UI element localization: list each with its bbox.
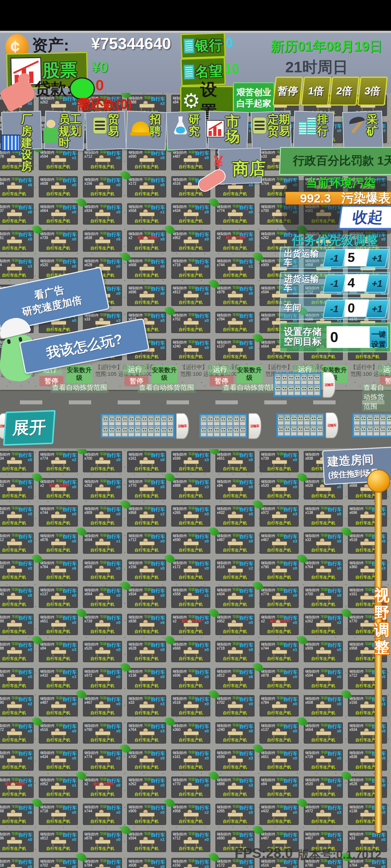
workshop-tile[interactable]: 钢制部件等级5自行车x690x0自行车生产机 — [171, 532, 210, 554]
workshop-tile[interactable]: 钢制部件等级5自行车x668x0自行车生产机 — [127, 258, 166, 279]
workshop-tile[interactable]: 钢制部件等级5自行车x651x0自行车生产机 — [260, 749, 299, 771]
menu-item-recruit[interactable]: 招聘 — [127, 109, 166, 153]
outbound-minus-button[interactable]: -1 — [323, 249, 346, 267]
workshop-tile[interactable]: 钢制部件等级5自行车x487x0自行车生产机 — [39, 695, 78, 716]
workshop-tile[interactable]: 钢制部件等级5自行车x739x0自行车生产机 — [304, 749, 343, 771]
collapse-button[interactable]: 收起 — [338, 205, 391, 229]
workshop-tile[interactable]: 钢制部件等级5自行车x432x0自行车生产机 — [215, 505, 255, 527]
one-key-set-button[interactable]: 一键设置 — [369, 326, 388, 348]
workshop-tile[interactable]: 钢制部件等级5自行车x137x0自行车生产机 — [39, 587, 78, 608]
pause-button[interactable]: 暂停 — [273, 77, 303, 106]
workshop-tile[interactable]: 钢制部件等级5自行车x84x0自行车生产机 — [260, 776, 299, 798]
truck-cab[interactable]: 运输车 — [323, 372, 336, 398]
workshop-tile[interactable]: 钢制部件等级5自行车x265x0自行车生产机 — [171, 505, 210, 527]
workshop-tile[interactable]: 钢制部件等级5自行车x594x1自行车生产机 — [83, 532, 122, 554]
workshop-tile[interactable]: 钢制部件等级5自行车x696x0自行车生产机 — [171, 668, 210, 689]
workshop-tile[interactable]: 钢制部件等级5自行车x774x2自行车生产机 — [83, 749, 122, 771]
inbound-value[interactable]: 4 — [344, 274, 369, 292]
view-pick-range-link[interactable]: 查看自动拣货范围 — [51, 383, 109, 393]
workshop-tile[interactable]: 钢制部件等级5自行车x690x2自行车生产机 — [0, 695, 34, 716]
install-upgrade-button[interactable]: 安装数升级 — [66, 365, 92, 383]
outbound-plus-button[interactable]: +1 — [365, 249, 389, 267]
workshop-tile[interactable]: 钢制部件等级5自行车x156x0自行车生产机 — [83, 176, 122, 197]
workshop-tile[interactable]: 钢制部件等级5自行车x934x0自行车生产机 — [83, 203, 122, 225]
workshop-tile[interactable]: 钢制部件等级5自行车x84x3自行车生产机 — [0, 258, 34, 279]
workshop-tile[interactable]: 钢制部件等级5自行车x2缺少工作原料x0自行车生产机 — [171, 614, 210, 635]
workshop-tile[interactable]: 钢制部件等级5自行车x790x0自行车生产机 — [83, 722, 122, 744]
workshop-value[interactable]: 0 — [344, 299, 369, 317]
view-zoom-slider-knob[interactable] — [367, 469, 390, 493]
workshop-tile[interactable]: 钢制部件等级5自行车x909x0自行车生产机 — [83, 505, 122, 527]
workshop-tile[interactable]: 钢制部件等级5自行车x2缺少工作原料x0自行车生产机 — [127, 230, 166, 252]
workshop-tile[interactable]: 钢制部件等级5自行车x161x0自行车生产机 — [127, 451, 166, 472]
workshop-tile[interactable]: 钢制部件等级5自行车x434x0自行车生产机 — [39, 749, 78, 771]
workshop-tile[interactable]: 钢制部件等级5自行车x608x0自行车生产机 — [304, 695, 343, 716]
workshop-tile[interactable]: 钢制部件等级5自行车x520x0自行车生产机 — [260, 478, 299, 499]
workshop-tile[interactable]: 钢制部件等级5自行车x888x3自行车生产机 — [215, 776, 255, 798]
workshop-tile[interactable]: 钢制部件等级5自行车x952x0自行车生产机 — [215, 614, 255, 635]
workshop-tile[interactable]: 钢制部件等级5自行车x702x0自行车生产机 — [39, 858, 78, 868]
storage-target-input[interactable]: 0 — [327, 326, 371, 348]
workshop-tile[interactable]: 钢制部件等级5自行车x878x0自行车生产机 — [39, 532, 78, 554]
workshop-tile[interactable]: 钢制部件等级5自行车x137x0自行车生产机 — [215, 339, 255, 360]
menu-item-trade[interactable]: 贸易 — [86, 109, 125, 153]
workshop-tile[interactable]: 钢制部件等级5自行车x262x0自行车生产机 — [83, 478, 122, 499]
workshop-tile[interactable]: 钢制部件等级5自行车x265x0自行车生产机 — [0, 668, 34, 689]
workshop-tile[interactable]: 钢制部件等级5自行车x718x0自行车生产机 — [0, 505, 34, 527]
workshop-tile[interactable]: 钢制部件等级5自行车x558x1自行车生产机 — [127, 203, 166, 225]
workshop-tile[interactable]: 钢制部件等级5自行车x172x0自行车生产机 — [0, 722, 34, 744]
inbound-plus-button[interactable]: +1 — [365, 275, 389, 293]
workshop-tile[interactable]: 钢制部件等级5自行车x744x0自行车生产机 — [39, 505, 78, 527]
workshop-tile[interactable]: 钢制部件等级5自行车x558x1自行车生产机 — [171, 587, 210, 608]
workshop-tile[interactable]: 钢制部件等级5自行车x712x0自行车生产机 — [127, 532, 166, 554]
truck-convoy[interactable]: 自行车x3500自行车x3900自行车x1500自行车x2500自行车x3500… — [352, 413, 391, 437]
workshop-tile[interactable]: 钢制部件等级5自行车x467x0自行车生产机 — [83, 695, 122, 716]
workshop-tile[interactable]: 钢制部件等级5自行车x594x0自行车生产机 — [304, 668, 343, 689]
workshop-tile[interactable]: 钢制部件等级5自行车x518x0自行车生产机 — [171, 695, 210, 716]
workshop-tile[interactable]: 钢制部件等级5自行车x265x0自行车生产机 — [215, 804, 255, 825]
workshop-tile[interactable]: 钢制部件等级5自行车x518x0自行车生产机 — [0, 858, 34, 868]
truck-convoy[interactable]: 自行车x3500自行车x3900自行车x1500自行车x2500自行车x3500… — [273, 373, 321, 397]
workshop-tile[interactable]: 钢制部件等级5自行车x739x0自行车生产机 — [83, 614, 122, 635]
view-pick-range-link[interactable]: 查看自动拣货范围 — [362, 383, 391, 412]
workshop-tile[interactable]: 钢制部件等级5自行车x520x0自行车生产机 — [304, 776, 343, 798]
workshop-tile[interactable]: 钢制部件等级5自行车x952x0自行车生产机 — [171, 230, 210, 252]
workshop-tile[interactable]: 钢制部件等级5自行车x770x0自行车生产机 — [171, 776, 210, 798]
workshop-tile[interactable]: 钢制部件等级5自行车x958x2自行车生产机 — [171, 804, 210, 825]
workshop-tile[interactable]: 钢制部件等级5自行车x958x2自行车生产机 — [127, 505, 166, 527]
run-button[interactable]: 运行 — [378, 365, 391, 375]
workshop-tile[interactable]: 钢制部件等级5自行车x599x3自行车生产机 — [171, 451, 210, 472]
truck-convoy[interactable]: 自行车x3500自行车x3500自行车x3500自行车x3900自行车x1500… — [101, 414, 175, 438]
workshop-tile[interactable]: 钢制部件等级5自行车x84x0自行车生产机 — [215, 478, 255, 499]
workshop-tile[interactable]: 钢制部件等级5自行车x878x0自行车生产机 — [83, 831, 122, 852]
workshop-tile[interactable]: 钢制部件等级5自行车x718x0自行车生产机 — [39, 804, 78, 825]
menu-item-mining[interactable]: 采矿 — [335, 109, 391, 153]
workshop-tile[interactable]: 钢制部件等级5自行车x137x0自行车生产机 — [0, 203, 34, 225]
workshop-tile[interactable]: 钢制部件等级5自行车x878x0自行车生产机 — [260, 668, 299, 689]
workshop-tile[interactable]: 钢制部件等级5自行车x84x3自行车生产机 — [39, 641, 78, 662]
workshop-tile[interactable]: 钢制部件等级5自行车x2缺少工作原料x0自行车生产机 — [260, 614, 299, 635]
workshop-tile[interactable]: 钢制部件等级5自行车x434x0自行车生产机 — [171, 203, 210, 225]
workshop-tile[interactable]: 钢制部件等级5自行车x784x6自行车生产机 — [83, 858, 122, 868]
workshop-tile[interactable]: 钢制部件等级5自行车x608x0自行车生产机 — [127, 858, 166, 868]
workshop-tile[interactable]: 钢制部件等级5自行车x812x6自行车生产机 — [171, 285, 210, 306]
workshop-tile[interactable]: 钢制部件等级5自行车x2缺少工作原料x0自行车生产机 — [83, 776, 122, 798]
workshop-tile[interactable]: 钢制部件等级5自行车x360x0自行车生产机 — [171, 722, 210, 744]
menu-item-research[interactable]: 研究 — [167, 109, 206, 153]
workshop-tile[interactable]: 钢制部件等级5自行车x668x0自行车生产机 — [171, 641, 210, 662]
menu-item-ranking[interactable]: 排行 — [293, 109, 334, 153]
workshop-tile[interactable]: 钢制部件等级5自行车x2缺少工作原料x0自行车生产机 — [0, 776, 34, 798]
workshop-tile[interactable]: 钢制部件等级5自行车x790x0自行车生产机 — [260, 559, 299, 581]
view-pick-range-link[interactable]: 查看自动拣货范围 — [222, 383, 279, 393]
menu-item-regular-trade[interactable]: 定期贸易 — [251, 109, 292, 153]
workshop-tile[interactable]: 钢制部件等级5自行车x138x0自行车生产机 — [127, 668, 166, 689]
workshop-tile[interactable]: 钢制部件等级5自行车x664x0自行车生产机 — [39, 203, 78, 225]
workshop-tile[interactable]: 钢制部件等级5自行车x934x0自行车生产机 — [127, 587, 166, 608]
workshop-tile[interactable]: 钢制部件等级5自行车x739x0自行车生产机 — [260, 451, 299, 472]
workshop-tile[interactable]: 钢制部件等级5自行车x516x0自行车生产机 — [39, 722, 78, 744]
workshop-tile[interactable]: 钢制部件等级5自行车x608x0自行车生产机 — [39, 176, 78, 197]
view-zoom-slider-track[interactable] — [375, 489, 382, 833]
workshop-tile[interactable]: 钢制部件等级5自行车x651x0自行车生产机 — [0, 230, 34, 252]
workshop-tile[interactable]: 钢制部件等级5自行车x520x0自行车生产机 — [83, 641, 122, 662]
workshop-tile[interactable]: 钢制部件等级5自行车x434x0自行车生产机 — [0, 451, 34, 472]
